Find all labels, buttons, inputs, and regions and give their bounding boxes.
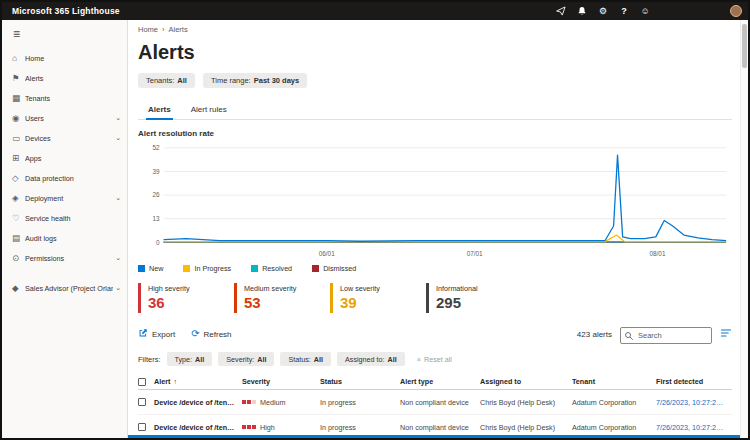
chevron-down-icon: ⌄ [115, 114, 121, 122]
tenants-scope-value: All [177, 76, 187, 85]
app-title: Microsoft 365 Lighthouse [12, 6, 120, 16]
feedback-smiley-icon[interactable]: ☺ [639, 5, 651, 17]
sidebar-item-home[interactable]: ⌂ Home [2, 48, 127, 68]
legend-item: In Progress [183, 264, 231, 273]
deployment-icon: ◈ [12, 193, 25, 203]
legend-swatch [251, 265, 258, 272]
sales-advisor-icon: ◆ [12, 283, 25, 293]
reset-label: Reset all [424, 355, 452, 364]
svg-text:06/01: 06/01 [319, 250, 335, 257]
sidebar-item-audit-logs[interactable]: ▤ Audit logs [2, 228, 127, 248]
sidebar-item-users[interactable]: ◉ Users ⌄ [2, 108, 127, 128]
sidebar-item-label: Tenants [25, 94, 121, 103]
tab-alert-rules[interactable]: Alert rules [181, 101, 237, 119]
column-header-first-detected[interactable]: First detected [656, 377, 732, 386]
column-header-severity[interactable]: Severity [242, 377, 320, 386]
column-header-tenant[interactable]: Tenant [572, 377, 656, 386]
refresh-button[interactable]: ⟳ Refresh [191, 329, 231, 339]
filter-status[interactable]: Status: All [280, 352, 331, 366]
column-header-assigned-to[interactable]: Assigned to [480, 377, 572, 386]
sidebar-item-deployment[interactable]: ◈ Deployment ⌄ [2, 188, 127, 208]
legend-label: Dismissed [323, 264, 356, 273]
high-severity-card: High severity 36 [138, 283, 224, 313]
sidebar-item-label: Audit logs [25, 234, 121, 243]
tenants-scope-label: Tenants: [146, 76, 174, 85]
alert-count: 423 alerts [577, 330, 612, 339]
sidebar-item-service-health[interactable]: ♡ Service health [2, 208, 127, 228]
users-icon: ◉ [12, 113, 25, 123]
filter-severity[interactable]: Severity: All [218, 352, 274, 366]
tab-alerts[interactable]: Alerts [138, 101, 181, 119]
scrollbar-thumb[interactable] [742, 24, 747, 68]
svg-text:07/01: 07/01 [467, 250, 483, 257]
sidebar-item-label: Apps [25, 154, 121, 163]
row-checkbox[interactable] [138, 398, 146, 406]
chevron-down-icon: ⌄ [115, 134, 121, 142]
legend-swatch [312, 265, 319, 272]
cell-alert-name: Device /device of /tenant is n... [154, 423, 242, 432]
devices-icon: ▭ [12, 133, 25, 143]
column-label: Alert [154, 377, 170, 386]
sidebar-item-apps[interactable]: ⊞ Apps [2, 148, 127, 168]
table-row[interactable]: Device /device of /tenant is n... Medium… [138, 390, 732, 415]
refresh-icon: ⟳ [191, 329, 199, 339]
cell-tenant: Adatum Corporation [572, 423, 656, 432]
cell-first-detected: 7/26/2023, 10:27:27 AM [656, 398, 732, 407]
breadcrumb-separator-icon: › [162, 25, 165, 34]
svg-text:26: 26 [153, 191, 161, 198]
severity-bars-icon [242, 400, 256, 404]
announcement-icon[interactable] [555, 5, 567, 17]
filter-status-label: Status: [288, 355, 310, 364]
export-button[interactable]: Export [138, 328, 175, 340]
breadcrumb: Home › Alerts [138, 25, 732, 34]
cell-alert-name: Device /device of /tenant is n... [154, 398, 242, 407]
filter-severity-value: All [257, 355, 266, 364]
column-header-alert-type[interactable]: Alert type [400, 377, 480, 386]
sidebar-item-sales-advisor[interactable]: ◆ Sales Advisor (Project Orland) ⌄ [2, 278, 127, 298]
filter-status-value: All [314, 355, 323, 364]
sidebar-item-label: Sales Advisor (Project Orland) [25, 284, 113, 293]
sidebar-item-label: Users [25, 114, 113, 123]
nav-menu-toggle[interactable]: ≡ [2, 26, 127, 48]
sidebar-item-tenants[interactable]: ▦ Tenants [2, 88, 127, 108]
search-icon [624, 327, 634, 345]
svg-text:0: 0 [156, 239, 160, 246]
topbar: Microsoft 365 Lighthouse ⚙ ? ☺ [2, 2, 748, 20]
scope-pill-row: Tenants: All Time range: Past 30 days [138, 73, 732, 88]
filter-panel-icon[interactable] [720, 325, 732, 343]
time-range-pill[interactable]: Time range: Past 30 days [203, 73, 307, 88]
sidebar-item-permissions[interactable]: ⊙ Permissions ⌄ [2, 248, 127, 268]
svg-text:39: 39 [153, 168, 161, 175]
legend-item: Resolved [251, 264, 292, 273]
medium-severity-card: Medium severity 53 [234, 283, 320, 313]
filter-type[interactable]: Type: All [167, 352, 213, 366]
help-icon[interactable]: ? [618, 5, 630, 17]
time-range-label: Time range: [211, 76, 251, 85]
svg-text:08/01: 08/01 [649, 250, 665, 257]
sidebar-item-data-protection[interactable]: ◇ Data protection [2, 168, 127, 188]
reset-all-button[interactable]: × Reset all [417, 355, 452, 364]
notifications-bell-icon[interactable] [576, 5, 588, 17]
column-header-alert[interactable]: Alert↑ [154, 377, 242, 386]
search-box [620, 324, 712, 344]
sidebar-item-alerts[interactable]: ⚑ Alerts [2, 68, 127, 88]
home-icon: ⌂ [12, 53, 25, 63]
chevron-down-icon: ⌄ [115, 284, 121, 292]
sidebar-item-devices[interactable]: ▭ Devices ⌄ [2, 128, 127, 148]
select-all-checkbox[interactable] [138, 378, 146, 386]
svg-text:13: 13 [153, 215, 161, 222]
vertical-scrollbar[interactable] [740, 20, 748, 438]
sidebar-item-label: Alerts [25, 74, 121, 83]
breadcrumb-home-link[interactable]: Home [138, 25, 158, 34]
command-bar: Export ⟳ Refresh 423 alerts [138, 324, 732, 344]
column-header-status[interactable]: Status [320, 377, 400, 386]
row-checkbox[interactable] [138, 423, 146, 431]
legend-item: New [138, 264, 163, 273]
export-icon [138, 328, 148, 340]
card-value: 53 [244, 294, 306, 311]
settings-gear-icon[interactable]: ⚙ [597, 5, 609, 17]
user-avatar[interactable] [730, 5, 742, 17]
breadcrumb-current: Alerts [169, 25, 188, 34]
tenants-scope-pill[interactable]: Tenants: All [138, 73, 195, 88]
filter-assigned-to[interactable]: Assigned to: All [337, 352, 405, 366]
